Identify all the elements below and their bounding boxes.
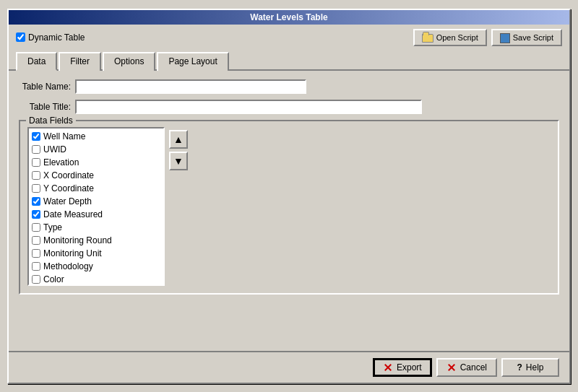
data-fields-title: Data Fields xyxy=(26,116,76,126)
fields-list[interactable]: Well NameUWIDElevationX CoordinateY Coor… xyxy=(27,127,165,286)
help-icon: ? xyxy=(517,362,522,373)
list-item[interactable]: Y Coordinate xyxy=(29,182,163,195)
tab-bar: Data Filter Options Page Layout xyxy=(9,51,569,71)
export-label: Export xyxy=(397,362,422,373)
list-item[interactable]: Water Depth xyxy=(29,195,163,208)
tab-content-data: Table Name: Table Title: Data Fields Wel… xyxy=(9,71,569,351)
move-down-button[interactable]: ▼ xyxy=(169,152,188,170)
cancel-icon xyxy=(447,362,457,373)
data-fields-container: Well NameUWIDElevationX CoordinateY Coor… xyxy=(27,127,551,286)
table-name-input[interactable] xyxy=(75,79,306,94)
save-icon xyxy=(500,33,510,43)
table-title-input[interactable] xyxy=(75,100,422,114)
main-window: Water Levels Table Dynamic Table Open Sc… xyxy=(7,9,571,384)
tab-page-layout[interactable]: Page Layout xyxy=(157,52,228,71)
list-item[interactable]: Type xyxy=(29,221,163,234)
help-label: Help xyxy=(526,362,544,373)
tab-filter[interactable]: Filter xyxy=(59,52,101,71)
list-item[interactable]: Monitoring Unit xyxy=(29,247,163,260)
export-button[interactable]: Export xyxy=(373,358,432,377)
dynamic-table-checkbox[interactable] xyxy=(16,32,25,42)
list-item[interactable]: X Coordinate xyxy=(29,169,163,182)
tab-options[interactable]: Options xyxy=(103,52,155,71)
export-icon xyxy=(383,362,393,373)
move-up-button[interactable]: ▲ xyxy=(169,130,188,149)
title-bar: Water Levels Table xyxy=(9,10,569,25)
list-item[interactable]: UWID xyxy=(29,143,163,156)
cancel-button[interactable]: Cancel xyxy=(436,358,497,377)
list-item[interactable]: Monitoring Round xyxy=(29,234,163,247)
save-script-label: Save Script xyxy=(513,33,553,42)
bottom-bar: Export Cancel ? Help xyxy=(9,351,569,383)
open-script-button[interactable]: Open Script xyxy=(413,29,487,46)
table-name-label: Table Name: xyxy=(19,82,71,92)
folder-icon xyxy=(422,34,434,43)
data-fields-group: Data Fields Well NameUWIDElevationX Coor… xyxy=(19,120,559,295)
table-title-label: Table Title: xyxy=(19,102,71,112)
list-item[interactable]: Methodology xyxy=(29,260,163,273)
dynamic-table-label: Dynamic Table xyxy=(28,32,85,43)
table-name-row: Table Name: xyxy=(19,79,559,94)
table-title-row: Table Title: xyxy=(19,100,559,114)
window-title: Water Levels Table xyxy=(250,12,327,22)
help-button[interactable]: ? Help xyxy=(501,358,559,377)
arrow-buttons: ▲ ▼ xyxy=(169,127,188,170)
toolbar: Dynamic Table Open Script Save Script xyxy=(9,25,569,51)
dynamic-table-checkbox-label[interactable]: Dynamic Table xyxy=(16,32,85,43)
save-script-button[interactable]: Save Script xyxy=(491,29,562,46)
open-script-label: Open Script xyxy=(436,33,478,42)
list-item[interactable]: Elevation xyxy=(29,156,163,169)
list-item[interactable]: Well Name xyxy=(29,130,163,143)
list-item[interactable]: Date Measured xyxy=(29,208,163,221)
toolbar-buttons: Open Script Save Script xyxy=(413,29,562,46)
cancel-label: Cancel xyxy=(460,362,487,373)
tab-data[interactable]: Data xyxy=(16,52,57,71)
list-item[interactable]: Color xyxy=(29,273,163,286)
